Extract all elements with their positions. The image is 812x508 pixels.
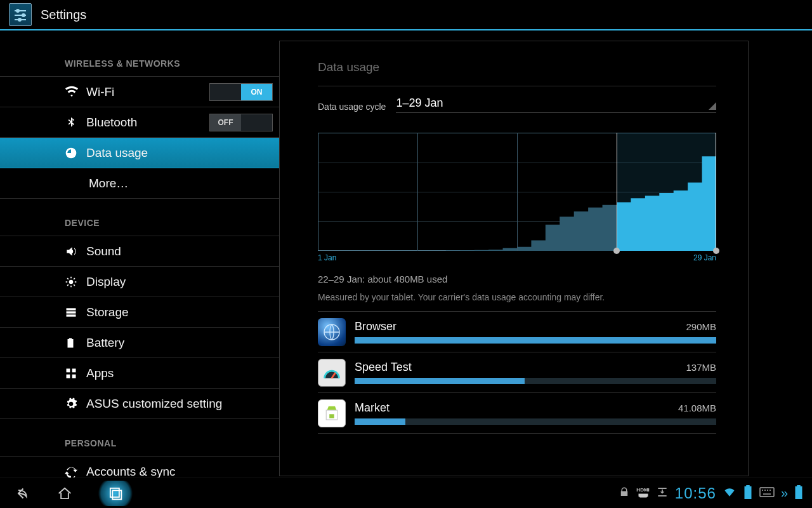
cycle-label: Data usage cycle [318,102,386,113]
sidebar-item-label: Battery [86,336,279,350]
apps-icon [65,367,86,380]
svg-line-12 [74,284,75,286]
hdmi-icon: HDMI [636,488,649,498]
toggle-off-label: OFF [210,114,241,131]
svg-rect-28 [110,488,119,497]
brightness-icon [65,276,86,288]
range-handle-right[interactable] [713,248,719,254]
gear-icon [65,398,86,410]
xaxis-start: 1 Jan [318,253,336,262]
svg-rect-15 [67,308,76,310]
dropdown-corner-icon [709,102,716,110]
sidebar-item-sound[interactable]: Sound [0,236,279,267]
sidebar-item-asus-custom[interactable]: ASUS customized setting [0,389,279,419]
download-icon[interactable] [656,486,669,501]
sidebar-item-wifi[interactable]: Wi-Fi ON [0,77,279,107]
sidebar-item-battery[interactable]: Battery [0,328,279,358]
app-size: 290MB [686,321,716,332]
sidebar-section-wireless: WIRELESS & NETWORKS [0,30,279,77]
svg-rect-18 [67,368,70,372]
app-name: Speed Test [355,361,686,374]
svg-line-13 [67,284,69,286]
sidebar-item-label: Apps [86,366,279,380]
sidebar-item-label: Data usage [86,146,279,160]
sidebar-item-label: Accounts & sync [86,465,279,478]
lock-icon[interactable] [619,486,630,500]
sidebar-item-more[interactable]: More… [0,168,279,199]
cycle-selector[interactable]: Data usage cycle 1–29 Jan [318,86,716,121]
sync-icon [65,465,86,478]
svg-point-3 [22,13,25,17]
svg-rect-21 [72,374,76,378]
settings-icon [9,3,32,26]
cycle-value: 1–29 Jan [396,97,709,110]
range-handle-left[interactable] [613,248,620,254]
sidebar-item-label: ASUS customized setting [86,397,279,411]
battery-dock-icon [794,485,803,502]
svg-rect-30 [760,488,774,497]
bluetooth-toggle[interactable]: OFF [209,114,273,131]
storage-icon [65,306,86,319]
svg-rect-19 [72,368,76,372]
sidebar-item-data-usage[interactable]: Data usage [0,138,279,168]
app-usage-bar [355,418,716,425]
wifi-icon [65,85,86,99]
back-button[interactable] [9,481,34,506]
sidebar-item-accounts[interactable]: Accounts & sync [0,457,279,478]
toggle-on-label: ON [241,84,272,100]
app-usage-list: Browser290MBSpeed Test137MBMarket41.08MB [318,312,716,434]
system-navbar: HDMI 10:56 » [0,478,812,508]
data-usage-panel: Data usage Data usage cycle 1–29 Jan [279,41,749,476]
sidebar-item-label: Wi-Fi [86,85,209,99]
data-usage-icon [65,147,86,159]
status-clock[interactable]: 10:56 [675,485,716,502]
svg-point-1 [16,9,20,13]
app-header: Settings [0,0,812,30]
sidebar-item-label: Sound [86,244,279,258]
app-name: Market [355,401,678,415]
app-usage-bar [355,378,716,384]
chart-xaxis: 1 Jan 29 Jan [318,251,716,262]
recent-apps-button[interactable] [95,481,136,506]
svg-point-5 [18,18,22,22]
sidebar-item-display[interactable]: Display [0,267,279,297]
sidebar-item-storage[interactable]: Storage [0,297,279,328]
sidebar-item-label: More… [89,177,279,190]
svg-rect-17 [67,314,76,316]
svg-point-6 [69,279,74,284]
battery-icon [65,337,86,349]
settings-sidebar: WIRELESS & NETWORKS Wi-Fi ON Bluetooth O… [0,30,279,478]
app-size: 41.08MB [678,403,716,413]
app-row[interactable]: Browser290MB [318,312,716,352]
sound-icon [65,245,86,258]
sidebar-item-label: Display [86,275,279,289]
battery-status-icon [743,485,753,502]
home-button[interactable] [52,481,77,506]
usage-summary: 22–29 Jan: about 480MB used [318,262,716,288]
sidebar-item-bluetooth[interactable]: Bluetooth OFF [0,107,279,138]
app-row[interactable]: Market41.08MB [318,393,716,434]
app-usage-bar [355,337,716,344]
bluetooth-icon [65,116,86,129]
usage-disclaimer: Measured by your tablet. Your carrier's … [318,288,716,312]
sidebar-item-apps[interactable]: Apps [0,358,279,389]
page-title: Settings [41,8,86,22]
sidebar-section-personal: PERSONAL [0,419,279,457]
app-name: Browser [355,320,686,333]
svg-rect-27 [329,414,334,418]
expand-chevrons-icon[interactable]: » [781,486,788,500]
sidebar-item-label: Bluetooth [86,116,209,130]
svg-rect-29 [112,490,121,499]
app-size: 137MB [686,362,716,373]
svg-rect-16 [67,311,76,313]
keyboard-status-icon [759,487,775,500]
app-row[interactable]: Speed Test137MB [318,352,716,393]
sidebar-item-label: Storage [86,305,279,319]
sidebar-section-device: DEVICE [0,199,279,236]
svg-line-14 [74,278,75,279]
wifi-toggle[interactable]: ON [209,83,273,101]
svg-line-11 [67,278,69,279]
usage-chart[interactable] [318,133,716,251]
wifi-status-icon [723,486,737,501]
svg-rect-20 [67,374,70,378]
